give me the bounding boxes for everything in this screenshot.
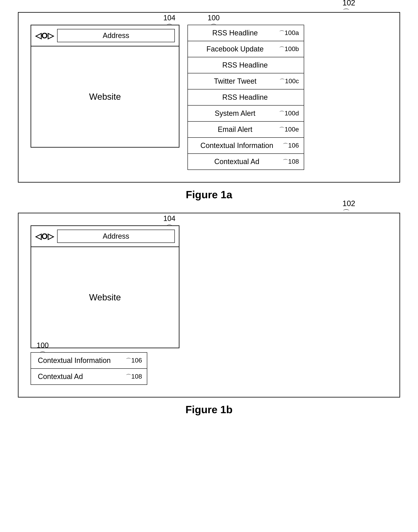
feed-row-contextual-ad: Contextual Ad ⌒108 [188, 154, 304, 170]
fig1b-left-panel: 104 ⌒ ◁O▷ Address [31, 225, 179, 385]
feed-row-contextual-info: Contextual Information ⌒106 [188, 138, 304, 154]
fig1a-content: 104 ⌒ ◁O▷ Address We [31, 25, 387, 170]
fig1b-browser-container: 104 ⌒ ◁O▷ Address [31, 225, 179, 348]
fig1a-browser-container: 104 ⌒ ◁O▷ Address We [31, 25, 179, 147]
fig1b-label: Figure 1b [186, 404, 232, 416]
fig1b-browser-window: ◁O▷ Address Website [31, 225, 179, 348]
fig1a-label: Figure 1a [186, 189, 232, 201]
fig1b-nav-icons: ◁O▷ [35, 232, 54, 241]
figure-1b-wrapper: 102 ⌒ 104 ⌒ [16, 213, 402, 416]
fig1b-website-content: Website [31, 247, 179, 348]
fig1b-browser-toolbar: ◁O▷ Address [31, 226, 179, 247]
fig1b-outer-ref: 102 ⌒ [343, 199, 355, 218]
feed-row-rss1: RSS Headline ⌒100a [188, 25, 304, 41]
feed-row-rss2: RSS Headline [188, 57, 304, 73]
feed-row-rss3: RSS Headline [188, 90, 304, 106]
fig1b-feed-table: Contextual Information ⌒106 Contextual A… [31, 352, 147, 385]
fig1b-address-bar: Address [57, 230, 175, 243]
fig1b-feed-row-contextual-ad: Contextual Ad ⌒108 [31, 369, 147, 385]
fig1a-nav-icons: ◁O▷ [35, 31, 54, 40]
figure-1a-wrapper: 102 ⌒ 104 ⌒ ◁O▷ [16, 12, 402, 201]
feed-row-facebook: Facebook Update ⌒100b [188, 41, 304, 57]
fig1a-browser-window: ◁O▷ Address Website [31, 25, 179, 147]
fig1a-browser-toolbar: ◁O▷ Address [31, 25, 179, 46]
fig1a-feed-table: RSS Headline ⌒100a Facebook Update ⌒100b… [187, 25, 304, 170]
fig1a-feed-panel: 100 ⌒ RSS Headline ⌒100a Facebook Update… [187, 25, 304, 170]
fig1b-outer-box: 102 ⌒ 104 ⌒ [18, 213, 400, 397]
fig1b-content: 104 ⌒ ◁O▷ Address [31, 225, 387, 385]
fig1b-feed-row-contextual-info: Contextual Information ⌒106 [31, 353, 147, 369]
fig1a-outer-ref: 102 ⌒ [343, 0, 355, 17]
fig1b-feed-panel: 100 ⌒ Contextual Information ⌒106 Contex… [31, 352, 147, 385]
fig1a-outer-box: 102 ⌒ 104 ⌒ ◁O▷ [18, 12, 400, 182]
feed-row-system-alert: System Alert ⌒100d [188, 106, 304, 122]
feed-row-email-alert: Email Alert ⌒100e [188, 122, 304, 138]
fig1a-website-content: Website [31, 46, 179, 147]
fig1a-address-bar: Address [57, 29, 175, 42]
feed-row-twitter: Twitter Tweet ⌒100c [188, 73, 304, 90]
